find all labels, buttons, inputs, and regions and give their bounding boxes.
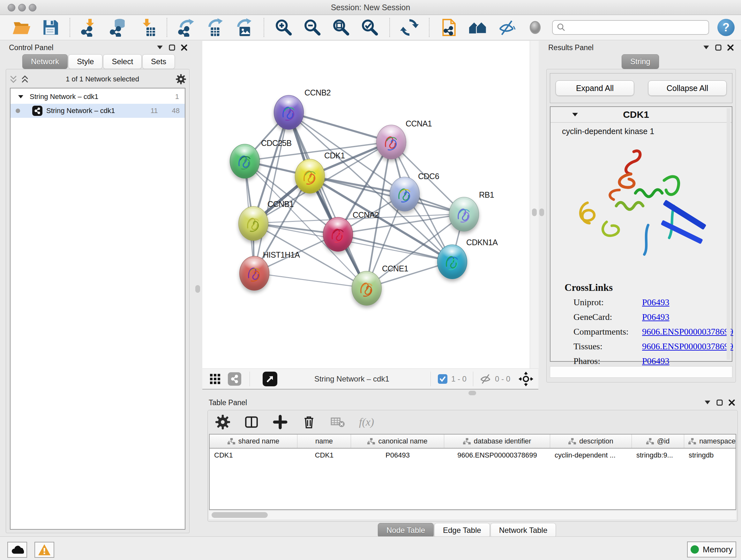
network-node-hist1h1a[interactable] [239, 256, 269, 291]
help-button[interactable]: ? [718, 19, 735, 36]
network-node-ccnb2[interactable] [274, 95, 304, 130]
column-header--id[interactable]: @id [632, 435, 684, 448]
hide-panel-eye-button[interactable] [497, 18, 516, 37]
table-hscroll-thumb[interactable] [212, 512, 268, 518]
table-hscrollbar[interactable] [209, 510, 736, 519]
open-session-button[interactable] [12, 18, 30, 37]
delete-column-icon[interactable] [301, 415, 316, 429]
panel-float-icon[interactable] [715, 44, 722, 51]
tab-network-table[interactable]: Network Table [490, 523, 556, 538]
crosslink-link[interactable]: P06493 [642, 297, 670, 307]
expand-all-button[interactable]: Expand All [556, 80, 634, 96]
panel-splitter-handle[interactable] [539, 208, 544, 216]
refresh-button[interactable] [400, 18, 419, 37]
tree-expand-caret-icon[interactable] [17, 94, 24, 100]
tab-sets[interactable]: Sets [142, 54, 175, 69]
network-node-rb1[interactable] [449, 197, 479, 232]
tab-network[interactable]: Network [22, 54, 68, 69]
crosslink-link[interactable]: P06493 [642, 312, 670, 322]
results-scrollbar[interactable] [727, 108, 731, 360]
panel-close-icon[interactable] [181, 44, 188, 51]
column-header-canonical-name[interactable]: canonical name [351, 435, 444, 448]
panel-close-icon[interactable] [728, 399, 735, 406]
warning-status-button[interactable] [35, 542, 54, 558]
network-edge[interactable] [254, 273, 366, 288]
import-network-from-database-button[interactable] [109, 18, 128, 37]
save-session-button[interactable] [41, 18, 59, 37]
panel-float-icon[interactable] [169, 44, 176, 51]
table-cell[interactable]: 9606.ENSP00000378699 [444, 449, 550, 462]
memory-button[interactable]: Memory [687, 542, 736, 557]
gear-icon[interactable] [176, 74, 186, 84]
network-node-ccnb1[interactable] [239, 206, 268, 241]
cloud-status-button[interactable] [7, 542, 27, 558]
network-node-cdk1[interactable] [295, 159, 325, 193]
table-cell[interactable]: CDK1 [210, 449, 297, 462]
horizontal-splitter-handle[interactable] [468, 391, 476, 395]
table-row[interactable]: CDK1CDK1P064939606.ENSP00000378699cyclin… [210, 449, 736, 462]
expand-all-icon[interactable] [21, 75, 29, 83]
column-header-database-identifier[interactable]: database identifier [444, 435, 550, 448]
table-cell[interactable]: CDK1 [297, 449, 351, 462]
splitter-dot[interactable] [532, 208, 537, 216]
show-columns-icon[interactable] [244, 415, 259, 429]
panel-close-icon[interactable] [727, 44, 734, 51]
table-gear-icon[interactable] [215, 415, 230, 429]
table-cell[interactable]: P06493 [351, 449, 444, 462]
column-header-namespace[interactable]: namespace [684, 435, 736, 448]
panel-collapse-icon[interactable] [703, 44, 710, 51]
zoom-in-button[interactable] [274, 18, 293, 37]
export-image-button[interactable] [235, 18, 253, 37]
network-edge[interactable] [254, 112, 288, 273]
column-header-description[interactable]: description [550, 435, 632, 448]
panel-collapse-icon[interactable] [704, 399, 711, 406]
grid-view-icon[interactable] [209, 373, 221, 385]
column-header-name[interactable]: name [297, 435, 351, 448]
selected-checkbox[interactable] [438, 374, 448, 384]
network-node-cdkn1a[interactable] [437, 245, 467, 279]
network-node-cdc6[interactable] [390, 177, 420, 211]
panel-collapse-icon[interactable] [156, 44, 163, 51]
panel-float-icon[interactable] [716, 399, 723, 406]
crosslink-link[interactable]: P06493 [642, 356, 670, 366]
zoom-out-button[interactable] [303, 18, 322, 37]
panel-splitter-handle[interactable] [195, 285, 200, 293]
zoom-fit-button[interactable] [332, 18, 350, 37]
import-table-button[interactable] [138, 18, 156, 37]
table-cell[interactable]: cyclin-dependent ... [550, 449, 632, 462]
delete-table-icon[interactable] [330, 415, 345, 429]
tab-style[interactable]: Style [68, 54, 103, 69]
network-node-ccne1[interactable] [352, 271, 382, 306]
tab-select[interactable]: Select [103, 54, 142, 69]
open-in-new-window-button[interactable] [263, 372, 277, 386]
zoom-selected-button[interactable] [360, 18, 379, 37]
function-builder-icon[interactable]: f(x) [359, 416, 374, 428]
network-canvas[interactable]: CCNB2CCNA1CDC25BCDK1CDC6RB1CCNB1CCNA2CDK… [202, 41, 530, 368]
table-cell[interactable]: stringdb:9... [632, 449, 684, 462]
table-cell[interactable]: stringdb [684, 449, 736, 462]
import-network-button[interactable] [80, 18, 99, 37]
export-table-button[interactable] [206, 18, 225, 37]
node-section-header[interactable]: CDK1 [550, 107, 732, 123]
hidden-eye-icon[interactable] [479, 374, 492, 384]
network-collection-row[interactable]: String Network – cdk1 1 [10, 90, 185, 104]
collapse-all-button[interactable]: Collapse All [648, 80, 727, 96]
eye-button[interactable] [526, 18, 544, 37]
export-network-button[interactable] [178, 18, 196, 37]
search-input[interactable] [552, 20, 709, 35]
network-share-icon[interactable] [228, 372, 241, 386]
column-header-shared-name[interactable]: shared name [210, 435, 297, 448]
houses-icon-button[interactable] [468, 18, 487, 37]
add-column-icon[interactable] [273, 415, 287, 429]
crosslink-link[interactable]: 9606.ENSP00000378699 [642, 341, 733, 352]
network-scroll-strip[interactable] [530, 41, 539, 368]
network-node-ccna2[interactable] [323, 217, 353, 252]
network-edge[interactable] [288, 112, 366, 288]
collapse-all-icon[interactable] [9, 75, 17, 83]
crosslink-link[interactable]: 9606.ENSP00000378699 [642, 327, 733, 337]
tab-string[interactable]: String [622, 54, 659, 69]
birdseye-crosshair-icon[interactable] [519, 372, 533, 386]
network-row-selected[interactable]: String Network – cdk1 11 48 [10, 104, 185, 118]
network-node-cdc25b[interactable] [230, 144, 260, 179]
tab-node-table[interactable]: Node Table [378, 523, 434, 538]
